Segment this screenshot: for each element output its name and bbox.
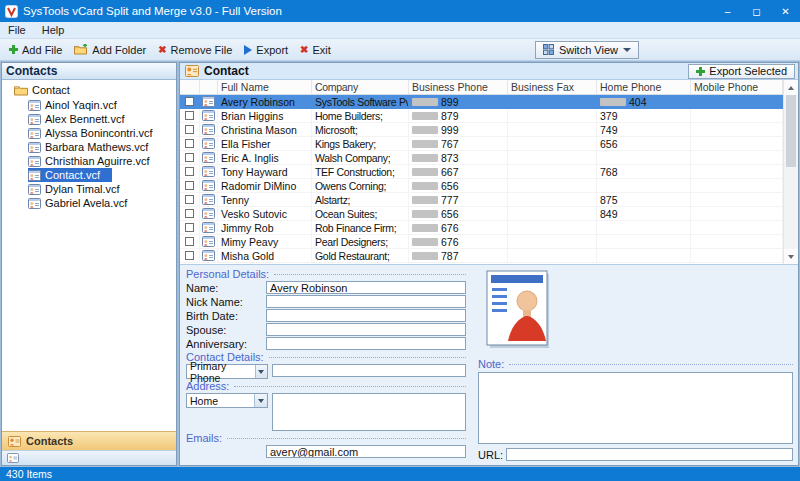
contact-panel-header: Contact Export Selected <box>180 63 798 80</box>
remove-file-button[interactable]: ✖ Remove File <box>152 42 238 58</box>
cell-home-phone: 749 <box>597 123 691 136</box>
url-input[interactable] <box>506 448 793 461</box>
field-input[interactable] <box>266 309 466 322</box>
phone-value-input[interactable] <box>272 364 466 377</box>
contact-row[interactable]: Vesko Sutovic Ocean Suites; 656 849 <box>180 207 783 221</box>
tree-item-vcf-file[interactable]: Dylan Timal.vcf <box>28 182 132 196</box>
field-input[interactable]: Avery Robinson <box>266 281 466 294</box>
contact-row[interactable]: Mimy Peavy Pearl Designers; 676 <box>180 235 783 249</box>
close-button[interactable]: ✕ <box>771 0 800 22</box>
vcard-mini-icon[interactable] <box>7 453 19 463</box>
vcard-contact-icon <box>202 194 215 205</box>
phone-type-dropdown[interactable]: Primary Phone <box>186 364 268 379</box>
contact-row[interactable]: Tenny Alstartz; 777 875 <box>180 193 783 207</box>
cell-business-fax <box>508 137 597 150</box>
row-checkbox[interactable] <box>185 181 194 190</box>
vcard-contact-icon <box>202 180 215 191</box>
email-input[interactable]: avery@gmail.com <box>266 445 466 458</box>
menu-file[interactable]: File <box>0 22 34 38</box>
field-input[interactable] <box>266 323 466 336</box>
scrollbar-thumb[interactable] <box>786 95 796 167</box>
tree-item-vcf-file[interactable]: Gabriel Avela.vcf <box>28 196 139 210</box>
tree-item-vcf-file[interactable]: Barbara Mathews.vcf <box>28 140 160 154</box>
row-checkbox-cell <box>180 179 200 192</box>
row-icon-cell <box>200 221 218 234</box>
field-input[interactable] <box>266 295 466 308</box>
exit-button[interactable]: ✖ Exit <box>294 42 337 58</box>
cell-full-name: Tenny <box>218 193 312 206</box>
dropdown-button[interactable] <box>255 365 267 378</box>
tree-item-vcf-file[interactable]: Contact.vcf <box>28 168 112 182</box>
column-header-mobile-phone[interactable]: Mobile Phone <box>691 80 783 94</box>
scroll-down-button[interactable] <box>784 249 798 264</box>
nav-collapsed-strip <box>2 450 176 465</box>
row-checkbox-cell <box>180 137 200 150</box>
menu-help[interactable]: Help <box>34 22 73 38</box>
contact-row[interactable]: Ella Fisher Kings Bakery; 767 656 <box>180 137 783 151</box>
row-checkbox[interactable] <box>185 111 194 120</box>
row-checkbox[interactable] <box>185 209 194 218</box>
cell-company: Walsh Company; <box>312 151 409 164</box>
tree-item-vcf-file[interactable]: Alyssa Bonincontri.vcf <box>28 126 165 140</box>
column-header-full-name[interactable]: Full Name <box>218 80 312 94</box>
row-checkbox[interactable] <box>185 237 194 246</box>
cell-full-name: Brian Higgins <box>218 109 312 122</box>
row-checkbox[interactable] <box>185 125 194 134</box>
address-type-dropdown[interactable]: Home <box>186 393 268 408</box>
cell-business-fax <box>508 123 597 136</box>
contacts-nav-button[interactable]: Contacts <box>2 431 176 450</box>
dropdown-button[interactable] <box>254 394 267 407</box>
address-textarea[interactable] <box>272 393 466 431</box>
export-selected-button[interactable]: Export Selected <box>688 64 795 79</box>
scrollbar-track[interactable] <box>784 95 798 249</box>
contact-row[interactable]: Misha Gold Gold Restaurant; 787 <box>180 249 783 263</box>
contact-row[interactable]: Tony Hayward TEF Construction; 667 768 <box>180 165 783 179</box>
row-checkbox[interactable] <box>185 167 194 176</box>
add-folder-button[interactable]: Add Folder <box>68 42 152 58</box>
field-label: Spouse: <box>186 323 266 336</box>
redacted-block <box>412 238 438 246</box>
minimize-button[interactable]: – <box>713 0 742 22</box>
tree-item-vcf-file[interactable]: Christhian Aguirre.vcf <box>28 154 162 168</box>
contact-row[interactable]: Jimmy Rob Rob Finance Firm; 676 <box>180 221 783 235</box>
row-checkbox[interactable] <box>185 223 194 232</box>
grid-vertical-scrollbar[interactable] <box>783 80 798 264</box>
row-checkbox[interactable] <box>185 251 194 260</box>
cell-business-fax <box>508 193 597 206</box>
column-header-business-fax[interactable]: Business Fax <box>508 80 597 94</box>
row-checkbox[interactable] <box>185 153 194 162</box>
contact-row[interactable]: Christina Mason Microsoft; 999 749 <box>180 123 783 137</box>
vcard-file-icon <box>28 114 41 125</box>
cell-business-phone: 873 <box>409 151 508 164</box>
note-textarea[interactable] <box>478 372 793 444</box>
cell-mobile-phone <box>691 95 783 108</box>
column-header-business-phone[interactable]: Business Phone <box>409 80 508 94</box>
tree-item-vcf-file[interactable]: Alex Bennett.vcf <box>28 112 137 126</box>
contact-row[interactable]: Avery Robinson SysTools Software Pvt. Lt… <box>180 95 783 109</box>
add-file-button[interactable]: Add File <box>3 42 68 58</box>
redacted-block <box>412 140 438 148</box>
cell-home-phone: 875 <box>597 193 691 206</box>
column-header-company[interactable]: Company <box>312 80 409 94</box>
vcard-file-icon <box>28 198 41 209</box>
contact-row[interactable]: Brian Higgins Home Builders; 879 379 <box>180 109 783 123</box>
status-bar: 430 Items <box>0 467 800 481</box>
item-count: 430 Items <box>6 468 52 480</box>
contact-row[interactable]: Radomir DiMino Owens Corning; 656 <box>180 179 783 193</box>
export-button[interactable]: Export <box>238 42 294 58</box>
row-checkbox[interactable] <box>185 195 194 204</box>
tree-root-folder[interactable]: Contact <box>2 82 176 98</box>
scroll-up-button[interactable] <box>784 80 798 95</box>
contact-row[interactable]: Eric A. Inglis Walsh Company; 873 <box>180 151 783 165</box>
switch-view-button[interactable]: Switch View <box>535 41 639 59</box>
tree-item-vcf-file[interactable]: Ainol Yaqin.vcf <box>28 98 129 112</box>
row-checkbox[interactable] <box>185 97 194 106</box>
field-input[interactable] <box>266 337 466 350</box>
column-header-home-phone[interactable]: Home Phone <box>597 80 691 94</box>
cell-mobile-phone <box>691 179 783 192</box>
cell-mobile-phone <box>691 235 783 248</box>
row-checkbox[interactable] <box>185 139 194 148</box>
maximize-button[interactable]: ◻ <box>742 0 771 22</box>
row-checkbox-cell <box>180 109 200 122</box>
cell-home-phone <box>597 151 691 164</box>
